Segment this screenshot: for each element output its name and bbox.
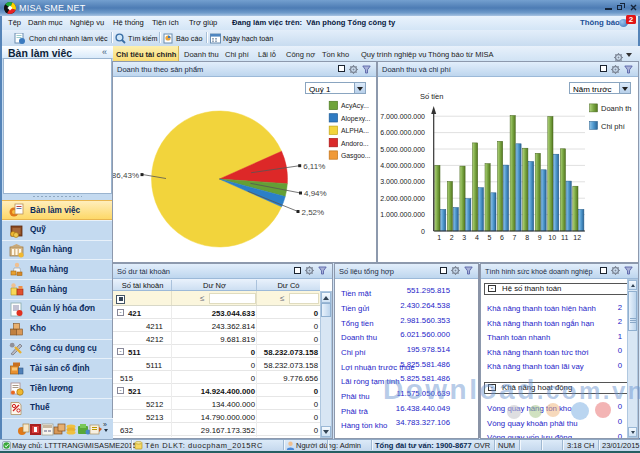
svg-text:7: 7: [513, 234, 517, 241]
svg-text:9: 9: [538, 234, 542, 241]
svg-text:Andoro...: Andoro...: [341, 140, 369, 147]
svg-text:2.000.000.000: 2.000.000.000: [380, 195, 425, 202]
svg-text:4,94%: 4,94%: [304, 189, 327, 198]
svg-text:6.000.000.000: 6.000.000.000: [380, 129, 425, 136]
svg-text:6: 6: [500, 234, 504, 241]
svg-text:AcyAcy...: AcyAcy...: [341, 102, 369, 110]
svg-text:ALPHA...: ALPHA...: [341, 127, 369, 134]
svg-text:10: 10: [548, 234, 556, 241]
svg-text:7.000.000.000: 7.000.000.000: [380, 113, 425, 120]
svg-text:11: 11: [561, 234, 568, 241]
svg-text:4.000.000.000: 4.000.000.000: [380, 162, 425, 169]
svg-text:Doanh th: Doanh th: [601, 104, 631, 113]
svg-text:3: 3: [462, 234, 466, 241]
svg-text:3.000.000.000: 3.000.000.000: [380, 178, 425, 185]
svg-text:4: 4: [475, 234, 479, 241]
svg-text:2,52%: 2,52%: [302, 208, 325, 217]
svg-text:1: 1: [437, 234, 441, 241]
svg-text:1.000.000.000: 1.000.000.000: [380, 211, 425, 218]
svg-text:5: 5: [487, 234, 491, 241]
svg-text:86,43%: 86,43%: [113, 171, 139, 180]
svg-text:0: 0: [421, 228, 425, 235]
svg-text:12: 12: [573, 234, 581, 241]
svg-text:Số tiền: Số tiền: [420, 92, 443, 101]
svg-text:Alopexy...: Alopexy...: [341, 115, 370, 123]
svg-text:Chi phí: Chi phí: [601, 122, 626, 131]
svg-text:8: 8: [525, 234, 529, 241]
svg-text:2: 2: [450, 234, 454, 241]
svg-text:5.000.000.000: 5.000.000.000: [380, 146, 425, 153]
svg-text:Gasgoo...: Gasgoo...: [341, 152, 371, 160]
svg-text:6,11%: 6,11%: [303, 162, 325, 171]
